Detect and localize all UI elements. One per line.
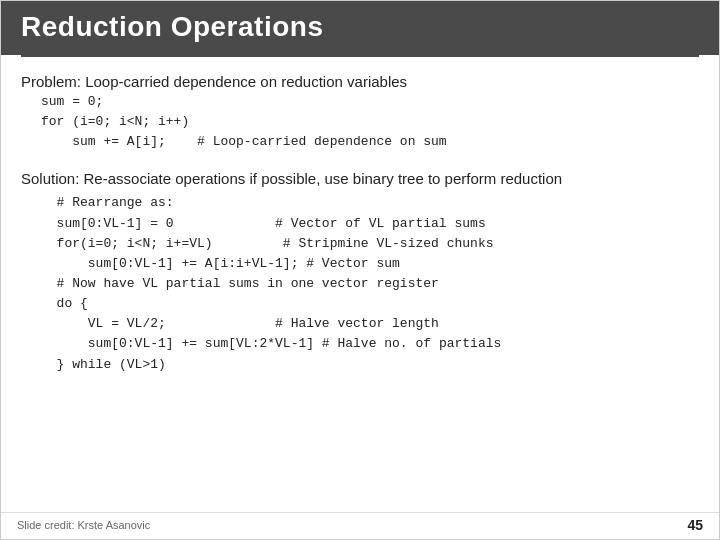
comment-2: # Vector of VL partial sums [275,216,486,231]
sol-line-2: sum[0:VL-1] = 0 # Vector of VL partial s… [41,214,699,234]
sol-line-9: } while (VL>1) [41,355,699,375]
code-line-1: sum = 0; [41,92,699,112]
footer-page-number: 45 [687,517,703,533]
solution-section: Solution: Re-associate operations if pos… [21,168,699,374]
problem-code: sum = 0; for (i=0; i<N; i++) sum += A[i]… [41,92,699,152]
slide: Reduction Operations Problem: Loop-carri… [0,0,720,540]
problem-section: Problem: Loop-carried dependence on redu… [21,71,699,152]
sol-line-4: sum[0:VL-1] += A[i:i+VL-1]; # Vector sum [41,254,699,274]
sol-line-3: for(i=0; i<N; i+=VL) # Stripmine VL-size… [41,234,699,254]
solution-code: # Rearrange as: sum[0:VL-1] = 0 # Vector… [41,193,699,374]
slide-footer: Slide credit: Krste Asanovic 45 [1,512,719,539]
comment-3: # Stripmine VL-sized chunks [283,236,494,251]
comment-6: # Halve no. of partials [322,336,501,351]
sol-line-6: do { [41,294,699,314]
comment-4: # Vector sum [306,256,400,271]
slide-header: Reduction Operations [1,1,719,55]
solution-title: Solution: Re-associate operations if pos… [21,168,699,189]
slide-title: Reduction Operations [21,11,323,42]
code-line-3: sum += A[i]; # Loop-carried dependence o… [41,132,699,152]
comment-1: # Loop-carried dependence on sum [197,134,447,149]
footer-credit: Slide credit: Krste Asanovic [17,519,150,531]
comment-5: # Halve vector length [275,316,439,331]
sol-line-5: # Now have VL partial sums in one vector… [41,274,699,294]
problem-title: Problem: Loop-carried dependence on redu… [21,71,699,92]
sol-line-8: sum[0:VL-1] += sum[VL:2*VL-1] # Halve no… [41,334,699,354]
sol-line-7: VL = VL/2; # Halve vector length [41,314,699,334]
code-line-2: for (i=0; i<N; i++) [41,112,699,132]
sol-line-1: # Rearrange as: [41,193,699,213]
slide-body: Problem: Loop-carried dependence on redu… [1,57,719,512]
